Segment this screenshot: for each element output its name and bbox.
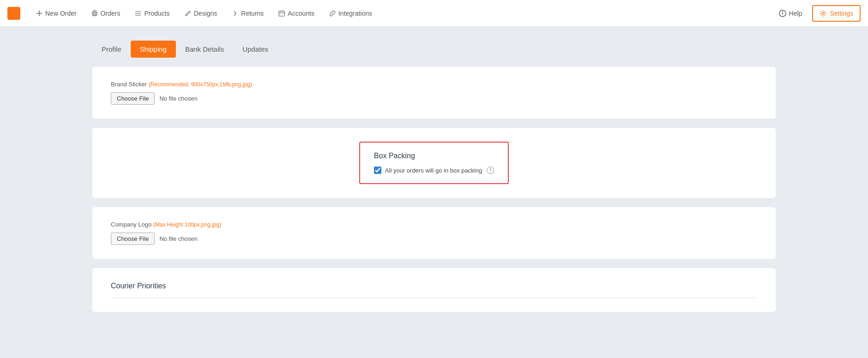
box-packing-checkbox-row: All your orders will go in box packing ? (374, 167, 494, 174)
box-packing-checkbox-label: All your orders will go in box packing (385, 167, 482, 174)
svg-point-16 (782, 12, 783, 12)
nav-returns[interactable]: Returns (225, 6, 270, 21)
brand-sticker-hint: (Recommended: 900x750px,1Mb,png,jpg) (149, 81, 252, 88)
svg-point-17 (822, 12, 825, 14)
pencil-icon (185, 10, 191, 17)
nav-accounts-label: Accounts (288, 10, 314, 17)
nav-new-order-label: New Order (45, 10, 77, 17)
page-content: Profile Shipping Bank Details Updates Br… (0, 27, 868, 335)
nav-integrations[interactable]: Integrations (323, 6, 379, 21)
top-navigation: New Order Orders Products Designs Return… (0, 0, 868, 27)
box-packing-card: Box Packing All your orders will go in b… (92, 128, 776, 198)
nav-new-order[interactable]: New Order (30, 6, 83, 21)
courier-priorities-divider (111, 298, 757, 298)
info-icon (779, 10, 786, 17)
link-icon (329, 10, 336, 17)
courier-priorities-card: Courier Priorities (92, 268, 776, 312)
calendar-icon (278, 10, 285, 17)
brand-sticker-card: Brand Sticker (Recommended: 900x750px,1M… (92, 67, 776, 119)
tab-profile[interactable]: Profile (92, 41, 131, 58)
tab-updates[interactable]: Updates (233, 41, 277, 58)
company-logo-choose-file-button[interactable]: Choose File (111, 233, 155, 245)
nav-orders-label: Orders (101, 10, 121, 17)
gear-icon (820, 10, 827, 17)
brand-sticker-no-file-text: No file chosen (159, 95, 197, 102)
nav-items: New Order Orders Products Designs Return… (30, 6, 772, 21)
nav-products-label: Products (144, 10, 169, 17)
settings-tabs: Profile Shipping Bank Details Updates (92, 41, 776, 58)
settings-button[interactable]: Settings (812, 5, 861, 22)
tab-bank-details[interactable]: Bank Details (176, 41, 233, 58)
company-logo-card: Company Logo (Max Height 100px,png,jpg) … (92, 207, 776, 259)
nav-designs-label: Designs (194, 10, 217, 17)
company-logo-file-row: Choose File No file chosen (111, 233, 757, 245)
courier-priorities-title: Courier Priorities (111, 282, 757, 290)
tab-shipping[interactable]: Shipping (131, 41, 176, 58)
svg-rect-10 (279, 11, 284, 16)
brand-sticker-file-row: Choose File No file chosen (111, 92, 757, 105)
nav-right: Help Settings (772, 5, 861, 22)
nav-orders[interactable]: Orders (85, 6, 127, 21)
box-packing-box: Box Packing All your orders will go in b… (359, 142, 509, 184)
chevron-right-icon (232, 10, 238, 17)
help-button[interactable]: Help (772, 6, 809, 21)
brand-sticker-choose-file-button[interactable]: Choose File (111, 92, 155, 105)
brand-sticker-label: Brand Sticker (Recommended: 900x750px,1M… (111, 81, 757, 88)
nav-integrations-label: Integrations (338, 10, 372, 17)
help-label: Help (789, 10, 802, 17)
svg-rect-4 (93, 14, 96, 16)
nav-products[interactable]: Products (128, 6, 176, 21)
company-logo-no-file-text: No file chosen (159, 235, 197, 242)
plus-icon (36, 10, 42, 17)
box-packing-title: Box Packing (374, 152, 494, 160)
nav-designs[interactable]: Designs (178, 6, 224, 21)
box-packing-container: Box Packing All your orders will go in b… (111, 142, 757, 184)
nav-accounts[interactable]: Accounts (272, 6, 321, 21)
settings-label: Settings (830, 10, 853, 17)
box-packing-checkbox[interactable] (374, 167, 381, 174)
company-logo-hint: (Max Height 100px,png,jpg) (153, 221, 221, 228)
app-logo (7, 7, 20, 20)
svg-rect-3 (93, 11, 96, 12)
nav-returns-label: Returns (241, 10, 264, 17)
list-icon (135, 10, 141, 17)
company-logo-label: Company Logo (Max Height 100px,png,jpg) (111, 221, 757, 228)
printer-icon (91, 10, 98, 17)
box-packing-help-icon[interactable]: ? (487, 167, 494, 174)
